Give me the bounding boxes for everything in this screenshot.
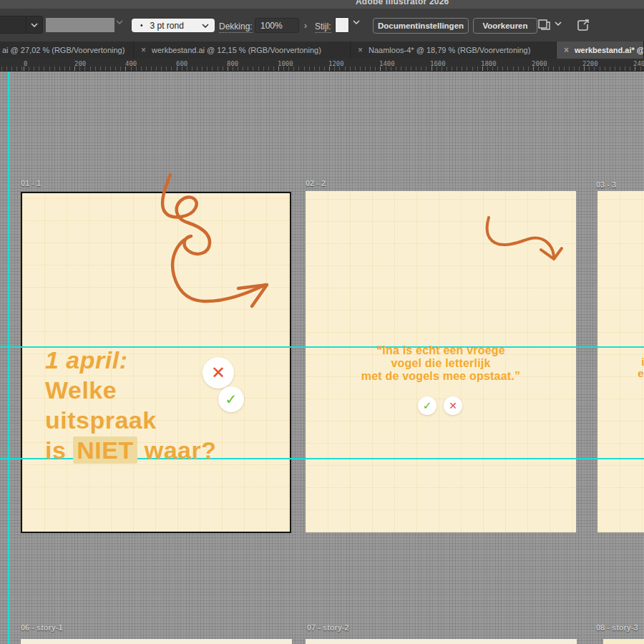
chevron-down-icon[interactable] xyxy=(555,21,562,26)
ruler-tick: 200 xyxy=(74,60,86,67)
ruler-tick: 1000 xyxy=(278,60,293,67)
tab-label: ai @ 27,02 % (RGB/Voorvertoning) xyxy=(0,46,125,54)
check-badge[interactable]: ✓ xyxy=(218,386,244,412)
opacity-input[interactable]: 100% xyxy=(255,18,299,33)
artboard-label-3[interactable]: 03 - 3 xyxy=(596,180,616,189)
check-icon: ✓ xyxy=(225,391,238,408)
canvas-pasteboard[interactable]: 01 - 1 02 - 2 03 - 3 1 april: Welke uits… xyxy=(0,72,644,644)
headline-line-1: 1 april: xyxy=(45,345,216,375)
ruler-tick: 1600 xyxy=(430,60,446,67)
quote-line-1: “Ina is echt een vroege xyxy=(306,344,576,357)
brush-definition-preview[interactable] xyxy=(46,18,114,32)
artboard-label-story2[interactable]: 07 - story-2 xyxy=(307,623,349,632)
highlighted-word: NIET xyxy=(73,436,137,464)
fragment-line-1: in 2 xyxy=(617,356,644,368)
artboard-label-1[interactable]: 01 - 1 xyxy=(21,179,41,187)
artboard-label-story3[interactable]: 08 - story-3 xyxy=(596,623,638,632)
tab-label: werkbestand.ai* @ xyxy=(575,46,644,54)
headline-line-4: is NIET waar? xyxy=(45,435,216,465)
arrange-documents-icon[interactable] xyxy=(538,19,550,30)
titlebar: Adobe Illustrator 2026 xyxy=(0,0,644,9)
cross-icon: ✕ xyxy=(211,363,225,383)
document-tabbar: ai @ 27,02 % (RGB/Voorvertoning) × werkb… xyxy=(0,42,644,59)
preferences-button[interactable]: Voorkeuren xyxy=(473,18,537,34)
quote-text[interactable]: “Ina is echt een vroege vogel die letter… xyxy=(306,344,576,383)
close-icon[interactable]: × xyxy=(141,45,146,55)
check-badge[interactable]: ✓ xyxy=(418,396,436,415)
ruler-tick: 400 xyxy=(125,60,137,67)
ruler-tick: 2000 xyxy=(532,60,547,67)
ruler-tick: 800 xyxy=(227,60,238,67)
cross-badge[interactable]: ✕ xyxy=(444,396,462,415)
ruler-tick: 1400 xyxy=(379,60,395,67)
tab-document-3[interactable]: × Naamloos-4* @ 18,79 % (RGB/Voorvertoni… xyxy=(351,42,557,59)
quote-line-2: vogel die letterlijk xyxy=(306,357,576,370)
control-toolbar: • 3 pt rond Dekking: 100% › Stijl: Docum… xyxy=(0,9,644,42)
fragment-line-2: eind xyxy=(617,368,644,379)
opacity-expand-button[interactable]: › xyxy=(299,18,312,33)
opacity-label[interactable]: Dekking: xyxy=(219,21,253,33)
chevron-down-icon[interactable] xyxy=(353,20,360,24)
ruler-tick: 1800 xyxy=(481,60,497,67)
chevron-down-icon[interactable] xyxy=(116,20,123,24)
document-settings-button[interactable]: Documentinstellingen xyxy=(373,18,469,34)
profile-bullet-icon: • xyxy=(140,21,143,29)
artboard-story3[interactable] xyxy=(603,639,644,644)
opacity-value: 100% xyxy=(260,21,283,31)
check-icon: ✓ xyxy=(423,399,432,412)
artboard-label-2[interactable]: 02 - 2 xyxy=(306,179,326,187)
graphic-style-swatch[interactable] xyxy=(335,17,349,33)
chevron-down-icon[interactable] xyxy=(26,16,43,34)
cross-badge[interactable]: ✕ xyxy=(203,357,234,389)
ruler-tick: 2200 xyxy=(582,60,598,67)
tab-document-4-active[interactable]: × werkbestand.ai* @ xyxy=(557,42,644,59)
share-document-icon[interactable] xyxy=(577,19,590,31)
tab-document-2[interactable]: × werkbestand.ai @ 12,15 % (RGB/Voorvert… xyxy=(134,42,351,59)
quote-line-3: met de vogels mee opstaat.” xyxy=(306,370,576,383)
tab-document-1[interactable]: ai @ 27,02 % (RGB/Voorvertoning) xyxy=(0,42,134,59)
ruler-tick: 1200 xyxy=(328,60,344,67)
stroke-weight-field[interactable] xyxy=(0,16,27,34)
ruler-tick: 600 xyxy=(176,60,187,67)
ruler-tick: 0 xyxy=(24,60,27,67)
artboard-story1[interactable] xyxy=(21,639,292,644)
headline-line-3: uitspraak xyxy=(45,405,216,435)
profile-value: 3 pt rond xyxy=(150,21,184,31)
chevron-down-icon[interactable] xyxy=(196,24,215,28)
artboard-story2[interactable] xyxy=(306,639,577,644)
close-icon[interactable]: × xyxy=(564,45,569,55)
headline-line-2: Welke xyxy=(45,375,216,405)
horizontal-ruler[interactable]: 0 200 400 600 800 1000 1200 1400 1600 18… xyxy=(0,59,644,72)
style-label[interactable]: Stijl: xyxy=(315,21,331,33)
cross-icon: ✕ xyxy=(449,400,457,411)
tab-label: werkbestand.ai @ 12,15 % (RGB/Voorverton… xyxy=(152,46,321,54)
artboard-label-story1[interactable]: 06 - story-1 xyxy=(21,623,63,632)
illustrator-window: Adobe Illustrator 2026 • 3 pt rond Dekki… xyxy=(0,0,644,644)
quiz-headline[interactable]: 1 april: Welke uitspraak is NIET waar? xyxy=(45,345,216,465)
vertical-guide[interactable] xyxy=(8,72,9,644)
ruler-tick: 2400 xyxy=(633,60,644,67)
tab-label: Naamloos-4* @ 18,79 % (RGB/Voorvertoning… xyxy=(369,46,530,54)
close-icon[interactable]: × xyxy=(358,45,363,55)
app-title: Adobe Illustrator 2026 xyxy=(356,0,449,6)
variable-width-profile-dropdown[interactable]: • 3 pt rond xyxy=(132,19,215,32)
clipped-quote-fragment[interactable]: in 2 eind xyxy=(617,356,644,379)
